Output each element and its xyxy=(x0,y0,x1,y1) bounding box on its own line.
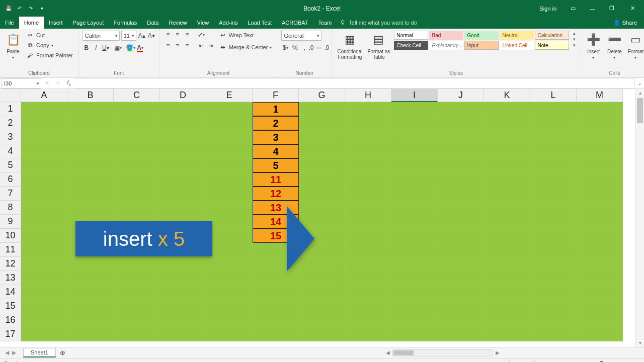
cell-A8[interactable] xyxy=(21,201,67,215)
cell-I7[interactable] xyxy=(391,187,438,201)
cell-E4[interactable] xyxy=(206,144,253,158)
cell-F4[interactable]: 4 xyxy=(253,144,299,158)
cell-L9[interactable] xyxy=(530,215,577,229)
cell-E16[interactable] xyxy=(206,313,253,327)
cell-H8[interactable] xyxy=(345,201,391,215)
number-format-select[interactable]: General xyxy=(281,31,321,41)
cell-F3[interactable]: 3 xyxy=(253,130,299,144)
cell-K16[interactable] xyxy=(484,313,530,327)
row-header-11[interactable]: 11 xyxy=(0,243,21,257)
row-header-2[interactable]: 2 xyxy=(0,116,21,130)
scroll-thumb[interactable] xyxy=(637,98,643,123)
cell-M15[interactable] xyxy=(577,299,623,313)
cell-I12[interactable] xyxy=(391,257,438,271)
cell-H11[interactable] xyxy=(345,243,391,257)
worksheet-grid[interactable]: ABCDEFGHIJKLM 11223344556117128139141015… xyxy=(0,89,644,347)
cell-F2[interactable]: 2 xyxy=(253,116,299,130)
cell-L12[interactable] xyxy=(530,257,577,271)
column-header-I[interactable]: I xyxy=(391,89,438,102)
share-button[interactable]: 👤 Share xyxy=(609,17,641,29)
row-header-5[interactable]: 5 xyxy=(0,158,21,172)
cell-I6[interactable] xyxy=(391,172,438,187)
cell-D16[interactable] xyxy=(160,313,206,327)
tab-data[interactable]: Data xyxy=(142,17,164,29)
cell-L14[interactable] xyxy=(530,285,577,299)
cell-C17[interactable] xyxy=(114,327,160,341)
cell-J16[interactable] xyxy=(438,313,484,327)
cell-C9[interactable] xyxy=(114,215,160,229)
cell-J2[interactable] xyxy=(438,116,484,130)
row-header-8[interactable]: 8 xyxy=(0,201,21,215)
cell-C1[interactable] xyxy=(114,102,160,116)
cell-H5[interactable] xyxy=(345,158,391,172)
cell-I3[interactable] xyxy=(391,130,438,144)
cell-F16[interactable] xyxy=(253,313,299,327)
cell-A3[interactable] xyxy=(21,130,67,144)
next-sheet-icon[interactable]: ▶ xyxy=(12,349,16,356)
column-header-E[interactable]: E xyxy=(206,89,253,102)
cell-I5[interactable] xyxy=(391,158,438,172)
cell-A6[interactable] xyxy=(21,172,67,187)
cell-G5[interactable] xyxy=(299,158,345,172)
cell-L3[interactable] xyxy=(530,130,577,144)
cell-G13[interactable] xyxy=(299,271,345,285)
cell-A15[interactable] xyxy=(21,299,67,313)
name-box[interactable]: I30 xyxy=(1,78,41,88)
accounting-format-icon[interactable]: $ xyxy=(281,44,289,52)
style-calculation[interactable]: Calculation xyxy=(535,31,569,40)
cell-F7[interactable]: 12 xyxy=(253,187,299,201)
cell-M4[interactable] xyxy=(577,144,623,158)
cell-L5[interactable] xyxy=(530,158,577,172)
cell-D10[interactable] xyxy=(160,229,206,243)
cell-H15[interactable] xyxy=(345,299,391,313)
cell-E2[interactable] xyxy=(206,116,253,130)
tab-file[interactable]: File xyxy=(0,17,19,29)
cell-I9[interactable] xyxy=(391,215,438,229)
undo-icon[interactable]: ↶ xyxy=(16,5,23,12)
cell-D11[interactable] xyxy=(160,243,206,257)
gallery-down-icon[interactable]: ▾ xyxy=(573,37,576,42)
cell-B8[interactable] xyxy=(67,201,114,215)
cell-E3[interactable] xyxy=(206,130,253,144)
cell-F14[interactable] xyxy=(253,285,299,299)
cell-A12[interactable] xyxy=(21,257,67,271)
cell-E1[interactable] xyxy=(206,102,253,116)
cell-K17[interactable] xyxy=(484,327,530,341)
cell-J11[interactable] xyxy=(438,243,484,257)
column-header-L[interactable]: L xyxy=(530,89,577,102)
row-header-9[interactable]: 9 xyxy=(0,215,21,229)
conditional-formatting-button[interactable]: ▦ Conditional Formatting xyxy=(336,31,363,60)
cell-G2[interactable] xyxy=(299,116,345,130)
cell-K4[interactable] xyxy=(484,144,530,158)
cell-B3[interactable] xyxy=(67,130,114,144)
scroll-thumb[interactable] xyxy=(393,350,414,355)
cell-L15[interactable] xyxy=(530,299,577,313)
signin-button[interactable]: Sign in xyxy=(532,0,564,17)
cell-G15[interactable] xyxy=(299,299,345,313)
cell-D1[interactable] xyxy=(160,102,206,116)
cell-D6[interactable] xyxy=(160,172,206,187)
cell-D3[interactable] xyxy=(160,130,206,144)
cell-styles-gallery[interactable]: NormalBadGoodNeutralCalculationCheck Cel… xyxy=(394,31,569,50)
cell-L6[interactable] xyxy=(530,172,577,187)
font-name-select[interactable]: Calibri xyxy=(83,31,120,41)
column-header-F[interactable]: F xyxy=(253,89,299,102)
cell-K9[interactable] xyxy=(484,215,530,229)
cell-D17[interactable] xyxy=(160,327,206,341)
cell-A16[interactable] xyxy=(21,313,67,327)
style-note[interactable]: Note xyxy=(535,41,569,50)
cell-H4[interactable] xyxy=(345,144,391,158)
cell-J1[interactable] xyxy=(438,102,484,116)
wrap-text-button[interactable]: ↩Wrap Text xyxy=(218,31,273,40)
row-header-3[interactable]: 3 xyxy=(0,130,21,144)
qat-customize-icon[interactable]: ▾ xyxy=(38,5,45,12)
style-input[interactable]: Input xyxy=(464,41,499,50)
row-header-16[interactable]: 16 xyxy=(0,313,21,327)
tab-acrobat[interactable]: ACROBAT xyxy=(277,17,313,29)
cell-H17[interactable] xyxy=(345,327,391,341)
cell-B17[interactable] xyxy=(67,327,114,341)
row-header-15[interactable]: 15 xyxy=(0,299,21,313)
cell-D8[interactable] xyxy=(160,201,206,215)
cell-M12[interactable] xyxy=(577,257,623,271)
cell-H7[interactable] xyxy=(345,187,391,201)
